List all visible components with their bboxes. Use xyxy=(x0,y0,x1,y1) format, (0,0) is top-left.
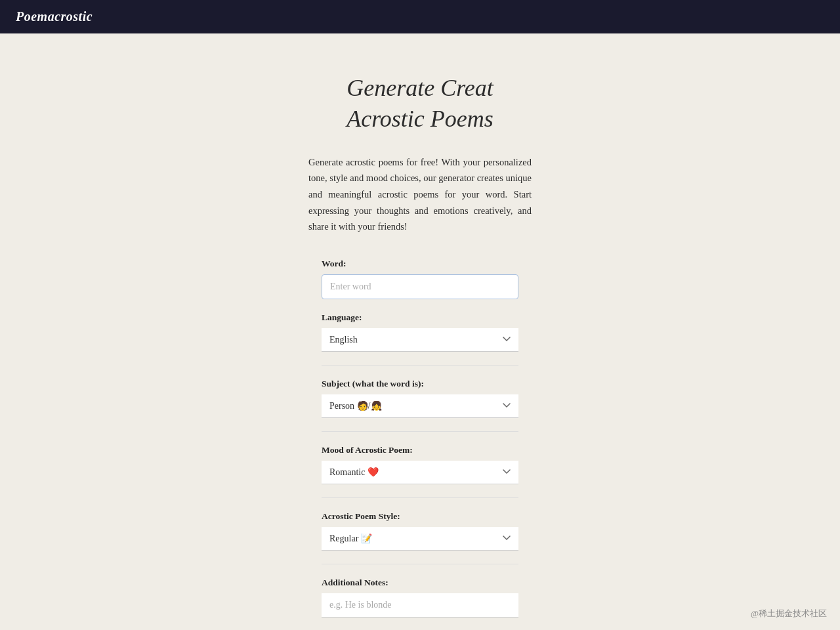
subject-select[interactable]: Person 🧑/👧 Place 🌍 Thing 🌟 Animal 🐾 xyxy=(322,394,518,418)
word-label: Word: xyxy=(322,259,518,269)
notes-group: Additional Notes: xyxy=(322,578,518,618)
divider-1 xyxy=(322,365,518,366)
mood-label: Mood of Acrostic Poem: xyxy=(322,445,518,455)
style-group: Acrostic Poem Style: Regular 📝 Complex 📚… xyxy=(322,511,518,551)
divider-3 xyxy=(322,497,518,498)
header: Poemacrostic xyxy=(0,0,840,33)
main-content: Generate Creat Acrostic Poems Generate a… xyxy=(0,33,840,630)
style-label: Acrostic Poem Style: xyxy=(322,511,518,522)
mood-select[interactable]: Romantic ❤️ Happy 😊 Sad 😢 Inspirational … xyxy=(322,461,518,484)
notes-input[interactable] xyxy=(322,593,518,618)
page-heading: Generate Creat Acrostic Poems xyxy=(346,73,494,135)
style-select[interactable]: Regular 📝 Complex 📚 Simple 🌱 xyxy=(322,527,518,551)
word-group: Word: xyxy=(322,259,518,299)
footer-credit: @稀土掘金技术社区 xyxy=(751,608,827,620)
page-description: Generate acrostic poems for free! With y… xyxy=(308,154,532,235)
mood-group: Mood of Acrostic Poem: Romantic ❤️ Happy… xyxy=(322,445,518,484)
subject-group: Subject (what the word is): Person 🧑/👧 P… xyxy=(322,379,518,418)
language-select[interactable]: English Chinese Spanish French xyxy=(322,328,518,352)
word-input[interactable] xyxy=(322,274,518,299)
language-group: Language: English Chinese Spanish French xyxy=(322,312,518,352)
notes-label: Additional Notes: xyxy=(322,578,518,588)
divider-4 xyxy=(322,564,518,564)
divider-2 xyxy=(322,431,518,432)
subject-label: Subject (what the word is): xyxy=(322,379,518,389)
language-label: Language: xyxy=(322,312,518,323)
app-title: Poemacrostic xyxy=(16,9,93,24)
poem-form: Word: Language: English Chinese Spanish … xyxy=(322,259,518,630)
